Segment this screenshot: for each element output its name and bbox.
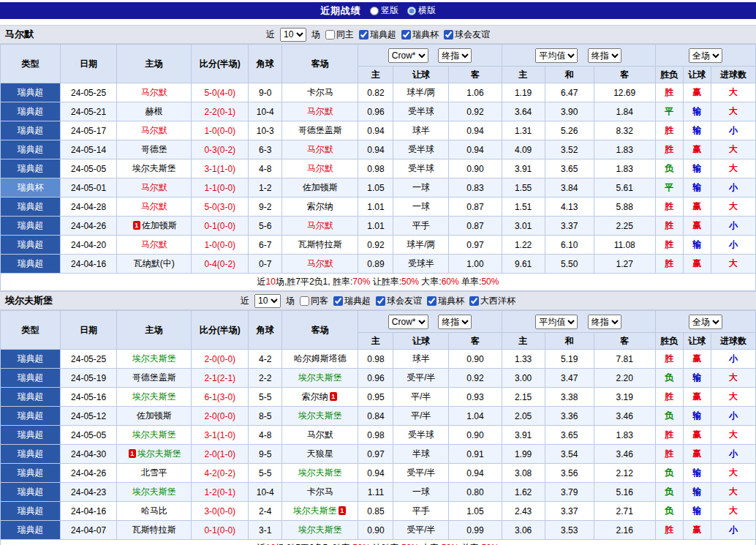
team-name: 埃尔夫斯堡: [132, 353, 176, 364]
asian-home-odds-cell: 0.95: [358, 388, 393, 407]
average-select-1[interactable]: 平均值: [535, 315, 578, 329]
score-cell: 1-1(0-0): [192, 178, 249, 198]
match-result-cell: 负: [655, 407, 683, 426]
euro-away-odds-cell: 7.81: [594, 350, 655, 369]
date-cell: 24-05-05: [61, 426, 117, 445]
league-filter[interactable]: 瑞典超: [359, 29, 396, 41]
bookmaker-select-0[interactable]: Crow*: [388, 48, 428, 63]
bookmaker-select-1[interactable]: Crow*: [388, 315, 428, 329]
home-team-cell: 哥德堡盖斯: [117, 369, 192, 388]
layout-vertical-option[interactable]: 竖版: [370, 4, 398, 17]
asian-home-odds-cell: 0.84: [358, 407, 393, 426]
page-title: 近期战绩: [320, 4, 361, 18]
recent-count-select-1[interactable]: 10: [254, 294, 281, 308]
match-result-cell: 胜: [655, 83, 683, 102]
home-team-cell: 赫根: [117, 102, 192, 121]
same-venue-checkbox-1[interactable]: [300, 296, 309, 306]
asian-handicap-cell: 受半球: [393, 159, 449, 178]
team-name: 埃尔夫斯堡: [298, 372, 342, 383]
recent-count-select-0[interactable]: 10: [280, 28, 306, 42]
euro-draw-odds-cell: 3.56: [545, 464, 594, 483]
league-filter[interactable]: 瑞典超: [333, 295, 371, 307]
league-checkbox[interactable]: [333, 296, 343, 306]
league-filter[interactable]: 球会友谊: [444, 29, 490, 41]
euro-draw-odds-cell: 3.37: [545, 217, 594, 236]
team-name: 索尔纳: [302, 391, 328, 402]
corner-cell: 4-8: [249, 426, 282, 445]
date-cell: 24-05-19: [61, 369, 117, 388]
layout-vertical-label: 竖版: [381, 4, 398, 17]
col-result: 胜负: [655, 333, 683, 350]
euro-away-odds-cell: 3.46: [594, 407, 655, 426]
euro-away-odds-cell: 2.25: [594, 217, 655, 236]
league-checkbox[interactable]: [427, 296, 436, 306]
team-name: 天狼星: [307, 448, 333, 459]
asian-handicap-cell: 球半/两: [393, 236, 449, 255]
score-cell: 2-2(0-1): [192, 102, 249, 121]
away-team-cell: 马尔默: [282, 217, 358, 236]
asian-away-odds-cell: 0.94: [449, 121, 502, 140]
same-venue-checkbox-0[interactable]: [325, 30, 335, 40]
scope-select-0[interactable]: 全场: [689, 48, 722, 63]
same-venue-filter-0[interactable]: 同主: [325, 29, 354, 41]
summary-count: 10: [266, 277, 276, 287]
away-team-cell: 马尔默: [282, 140, 358, 159]
col-home: 主场: [117, 311, 192, 350]
euro-home-odds-cell: 1.19: [502, 83, 545, 102]
team-name: 马尔默: [307, 220, 333, 230]
league-type-cell: 瑞典超: [1, 255, 61, 274]
league-checkbox[interactable]: [469, 296, 479, 306]
league-filter[interactable]: 大西洋杯: [469, 295, 515, 307]
team-name: 马尔默: [307, 258, 333, 268]
league-filter[interactable]: 球会友谊: [376, 295, 422, 307]
score-cell: 2-0(0-0): [192, 350, 249, 369]
asian-away-odds-cell: 0.80: [449, 483, 502, 502]
league-type-cell: 瑞典超: [1, 121, 61, 140]
asian-home-odds-cell: 1.11: [358, 483, 393, 502]
summary-handicap-rate: 50%: [401, 277, 419, 287]
league-checkbox[interactable]: [444, 30, 453, 40]
col-asian-away: 客: [449, 67, 502, 83]
handicap-result-cell: 输: [683, 236, 711, 255]
score-cell: 0-1(0-0): [192, 521, 249, 540]
date-cell: 24-05-25: [61, 83, 117, 102]
euro-home-odds-cell: 1.51: [502, 198, 545, 217]
score-cell: 3-0(0-0): [192, 502, 249, 521]
handicap-result-cell: 输: [683, 464, 711, 483]
date-cell: 24-04-26: [61, 464, 117, 483]
asian-handicap-cell: 一球: [393, 483, 449, 502]
layout-horizontal-option[interactable]: 横版: [407, 4, 436, 17]
league-type-cell: 瑞典超: [1, 388, 61, 407]
final-odds-select-0b[interactable]: 终指: [588, 48, 621, 63]
league-filter[interactable]: 瑞典杯: [401, 29, 439, 41]
final-odds-select-0a[interactable]: 终指: [438, 48, 472, 63]
team-name: 埃尔夫斯堡: [137, 448, 181, 459]
league-checkbox[interactable]: [401, 30, 411, 40]
away-team-cell: 瓦斯特拉斯: [282, 236, 358, 255]
spacer: [0, 19, 756, 25]
handicap-result-cell: 赢: [683, 426, 711, 445]
corner-cell: 8-5: [249, 407, 282, 426]
result-row: 瑞典超24-04-26北雪平4-2(0-2)5-5埃尔夫斯堡0.94受平/半0.…: [1, 464, 756, 483]
league-filter[interactable]: 瑞典杯: [427, 295, 464, 307]
euro-home-odds-cell: 1.31: [502, 121, 545, 140]
same-venue-filter-1[interactable]: 同客: [300, 295, 328, 307]
euro-away-odds-cell: 8.32: [594, 121, 655, 140]
away-team-cell: 哈尔姆斯塔德: [282, 350, 358, 369]
final-odds-select-1a[interactable]: 终指: [438, 315, 472, 329]
match-result-cell: 胜: [655, 217, 683, 236]
team-name: 瓦纳默(中): [134, 258, 175, 268]
scope-select-1[interactable]: 全场: [689, 315, 722, 329]
league-checkbox[interactable]: [359, 30, 368, 40]
euro-home-odds-cell: 3.01: [502, 217, 545, 236]
layout-horizontal-radio[interactable]: [407, 7, 416, 15]
col-handicap-result: 让球: [683, 333, 711, 350]
league-checkbox[interactable]: [376, 296, 385, 306]
asian-away-odds-cell: 0.99: [449, 521, 502, 540]
layout-vertical-radio[interactable]: [370, 7, 379, 15]
average-select-0[interactable]: 平均值: [535, 48, 578, 63]
euro-home-odds-cell: 1.55: [502, 178, 545, 198]
final-odds-select-1b[interactable]: 终指: [588, 315, 621, 329]
away-team-cell: 佐加顿斯: [282, 178, 358, 198]
score-cell: 1-2(0-1): [192, 483, 249, 502]
